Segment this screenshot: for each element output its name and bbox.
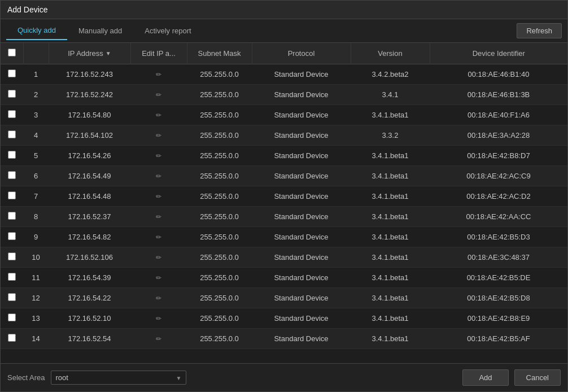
col-header-ip[interactable]: IP Address ▼ bbox=[49, 43, 130, 64]
row-version: 3.4.1.beta1 bbox=[351, 166, 430, 186]
row-checkbox-4[interactable] bbox=[8, 130, 16, 138]
col-header-num bbox=[23, 43, 49, 64]
row-checkbox-10[interactable] bbox=[8, 252, 16, 260]
row-version: 3.4.1 bbox=[351, 85, 430, 105]
edit-ip-icon[interactable]: ✏ bbox=[156, 111, 161, 119]
edit-ip-icon[interactable]: ✏ bbox=[156, 71, 161, 79]
table-row: 8 172.16.52.37 ✏ 255.255.0.0 Standard De… bbox=[1, 207, 567, 227]
row-version: 3.4.1.beta1 bbox=[351, 268, 430, 288]
table-body: 1 172.16.52.243 ✏ 255.255.0.0 Standard D… bbox=[1, 64, 567, 349]
edit-ip-icon[interactable]: ✏ bbox=[156, 254, 161, 262]
row-protocol: Standard Device bbox=[252, 166, 351, 186]
edit-ip-icon[interactable]: ✏ bbox=[156, 152, 161, 160]
row-protocol: Standard Device bbox=[252, 125, 351, 146]
row-subnet: 255.255.0.0 bbox=[187, 288, 252, 308]
col-header-subnet: Subnet Mask bbox=[187, 43, 252, 64]
tab-quickly-add[interactable]: Quickly add bbox=[6, 21, 67, 40]
row-checkbox-13[interactable] bbox=[8, 313, 16, 321]
row-ip: 172.16.54.49 bbox=[49, 166, 130, 186]
row-subnet: 255.255.0.0 bbox=[187, 227, 252, 247]
edit-ip-icon[interactable]: ✏ bbox=[156, 335, 161, 343]
row-protocol: Standard Device bbox=[252, 64, 351, 85]
table-row: 2 172.16.52.242 ✏ 255.255.0.0 Standard D… bbox=[1, 85, 567, 105]
edit-ip-icon[interactable]: ✏ bbox=[156, 315, 161, 323]
row-subnet: 255.255.0.0 bbox=[187, 308, 252, 329]
row-checkbox-6[interactable] bbox=[8, 171, 16, 179]
row-checkbox-cell bbox=[1, 105, 23, 125]
row-checkbox-7[interactable] bbox=[8, 191, 16, 199]
edit-ip-icon[interactable]: ✏ bbox=[156, 132, 161, 140]
row-protocol: Standard Device bbox=[252, 288, 351, 308]
select-area-label: Select Area bbox=[7, 373, 45, 382]
row-device-id: 00:18:AE:42:AC:D2 bbox=[430, 186, 567, 207]
row-editip: ✏ bbox=[130, 288, 187, 308]
row-protocol: Standard Device bbox=[252, 186, 351, 207]
row-protocol: Standard Device bbox=[252, 268, 351, 288]
tab-manually-add[interactable]: Manually add bbox=[67, 22, 133, 40]
row-checkbox-9[interactable] bbox=[8, 232, 16, 240]
row-editip: ✏ bbox=[130, 268, 187, 288]
row-ip: 172.16.52.54 bbox=[49, 329, 130, 349]
row-version: 3.4.1.beta1 bbox=[351, 288, 430, 308]
row-version: 3.4.1.beta1 bbox=[351, 227, 430, 247]
table-wrapper[interactable]: IP Address ▼ Edit IP a... Subnet Mask Pr… bbox=[1, 43, 567, 363]
row-checkbox-8[interactable] bbox=[8, 212, 16, 220]
row-checkbox-3[interactable] bbox=[8, 110, 16, 118]
row-num: 1 bbox=[23, 64, 49, 85]
refresh-button[interactable]: Refresh bbox=[517, 23, 562, 38]
select-area-wrapper: root bbox=[51, 371, 186, 385]
row-checkbox-cell bbox=[1, 268, 23, 288]
row-device-id: 00:18:AE:42:B5:AF bbox=[430, 329, 567, 349]
row-device-id: 00:18:AE:42:B8:E9 bbox=[430, 308, 567, 329]
row-checkbox-1[interactable] bbox=[8, 69, 16, 77]
row-protocol: Standard Device bbox=[252, 329, 351, 349]
row-checkbox-11[interactable] bbox=[8, 273, 16, 281]
row-checkbox-14[interactable] bbox=[8, 334, 16, 342]
tab-actively-report[interactable]: Actively report bbox=[133, 22, 202, 40]
row-checkbox-12[interactable] bbox=[8, 293, 16, 301]
cancel-button[interactable]: Cancel bbox=[514, 369, 561, 386]
row-subnet: 255.255.0.0 bbox=[187, 105, 252, 125]
row-version: 3.4.1.beta1 bbox=[351, 329, 430, 349]
edit-ip-icon[interactable]: ✏ bbox=[156, 233, 161, 241]
row-checkbox-cell bbox=[1, 146, 23, 166]
row-version: 3.4.1.beta1 bbox=[351, 105, 430, 125]
edit-ip-icon[interactable]: ✏ bbox=[156, 91, 161, 99]
row-device-id: 00:18:AE:40:F1:A6 bbox=[430, 105, 567, 125]
row-editip: ✏ bbox=[130, 85, 187, 105]
add-button[interactable]: Add bbox=[462, 369, 508, 386]
row-protocol: Standard Device bbox=[252, 105, 351, 125]
row-checkbox-cell bbox=[1, 64, 23, 85]
edit-ip-icon[interactable]: ✏ bbox=[156, 294, 161, 302]
table-row: 12 172.16.54.22 ✏ 255.255.0.0 Standard D… bbox=[1, 288, 567, 308]
row-device-id: 00:18:AE:42:AC:C9 bbox=[430, 166, 567, 186]
table-row: 5 172.16.54.26 ✏ 255.255.0.0 Standard De… bbox=[1, 146, 567, 166]
row-version: 3.4.1.beta1 bbox=[351, 308, 430, 329]
row-version: 3.4.1.beta1 bbox=[351, 207, 430, 227]
tab-bar: Quickly add Manually add Actively report… bbox=[1, 19, 567, 43]
edit-ip-icon[interactable]: ✏ bbox=[156, 274, 161, 282]
row-version: 3.4.1.beta1 bbox=[351, 186, 430, 207]
table-row: 10 172.16.52.106 ✏ 255.255.0.0 Standard … bbox=[1, 247, 567, 268]
edit-ip-icon[interactable]: ✏ bbox=[156, 213, 161, 221]
row-ip: 172.16.54.102 bbox=[49, 125, 130, 146]
table-row: 14 172.16.52.54 ✏ 255.255.0.0 Standard D… bbox=[1, 329, 567, 349]
select-area-dropdown[interactable]: root bbox=[51, 371, 186, 385]
row-editip: ✏ bbox=[130, 207, 187, 227]
row-checkbox-cell bbox=[1, 85, 23, 105]
row-protocol: Standard Device bbox=[252, 146, 351, 166]
table-row: 6 172.16.54.49 ✏ 255.255.0.0 Standard De… bbox=[1, 166, 567, 186]
edit-ip-icon[interactable]: ✏ bbox=[156, 172, 161, 180]
device-table: IP Address ▼ Edit IP a... Subnet Mask Pr… bbox=[1, 43, 567, 349]
row-checkbox-5[interactable] bbox=[8, 151, 16, 159]
row-subnet: 255.255.0.0 bbox=[187, 85, 252, 105]
table-row: 11 172.16.54.39 ✏ 255.255.0.0 Standard D… bbox=[1, 268, 567, 288]
row-num: 14 bbox=[23, 329, 49, 349]
row-checkbox-2[interactable] bbox=[8, 90, 16, 98]
row-num: 8 bbox=[23, 207, 49, 227]
row-num: 13 bbox=[23, 308, 49, 329]
select-all-checkbox[interactable] bbox=[8, 49, 16, 56]
row-editip: ✏ bbox=[130, 227, 187, 247]
row-subnet: 255.255.0.0 bbox=[187, 247, 252, 268]
edit-ip-icon[interactable]: ✏ bbox=[156, 193, 161, 201]
